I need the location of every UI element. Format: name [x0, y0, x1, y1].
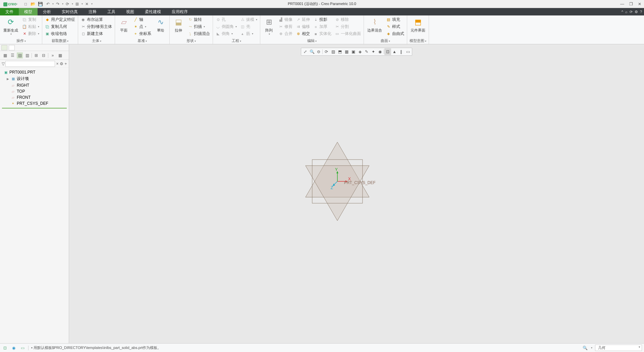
graphics-area[interactable]: ⤢ 🔍 ⊖ ⟳ ▨ ⬒ ▦ ▣ ◈ ✎ ✦ ◉ ⊡ ▲ ‖ ▭ X Y Z: [69, 44, 644, 343]
help-icon[interactable]: ?: [640, 10, 642, 14]
project-button[interactable]: ⇣投影: [312, 16, 333, 23]
tree-more-btn[interactable]: »: [50, 52, 56, 58]
qat-undo-button[interactable]: ↶: [45, 1, 51, 7]
tree-expand-btn[interactable]: ⊞: [33, 52, 39, 58]
shell-button[interactable]: ◫壳: [239, 23, 259, 30]
solidify-button[interactable]: ■实体化: [312, 30, 333, 37]
qat-close-button[interactable]: ✕: [84, 1, 90, 7]
tree-settings-btn[interactable]: ▦: [57, 52, 63, 58]
datum-display-button[interactable]: ◈: [357, 48, 363, 55]
tree-collapse-btn[interactable]: ⊟: [41, 52, 47, 58]
stop-button[interactable]: ▭: [405, 48, 411, 55]
saved-views-button[interactable]: ⬒: [336, 48, 343, 55]
draft-button[interactable]: ⧊拔模▾: [239, 16, 259, 23]
selection-filter-dropdown[interactable]: 几何: [595, 345, 642, 351]
paste-button[interactable]: 📋粘贴▾: [21, 23, 41, 30]
filter-clear-btn[interactable]: ×: [56, 61, 59, 67]
rib-button[interactable]: ▴筋▾: [239, 30, 259, 37]
tab-model[interactable]: 模型: [19, 8, 38, 15]
repaint-button[interactable]: ⟳: [323, 48, 330, 55]
qat-open-button[interactable]: 📂: [30, 1, 37, 7]
freeform-button[interactable]: ◈自由式: [385, 30, 406, 37]
sel1-button[interactable]: ▲: [391, 48, 398, 55]
tree-detail-btn[interactable]: ▤: [17, 52, 23, 58]
new-body-button[interactable]: ◻新建主体: [79, 30, 113, 37]
selection-filter-button[interactable]: ⊡: [384, 48, 391, 55]
recent-icon[interactable]: ⟳: [630, 10, 633, 14]
tab-view[interactable]: 视图: [121, 8, 140, 15]
tree-display-btn[interactable]: ▦: [2, 52, 8, 58]
csys-button[interactable]: ⌖坐标系: [132, 30, 153, 37]
tab-apps[interactable]: 应用程序: [166, 8, 193, 15]
copy-geometry-button[interactable]: ⿻复制几何: [44, 23, 76, 30]
search-commands-icon[interactable]: ⌕: [625, 10, 628, 14]
settings-icon[interactable]: ⚙: [635, 10, 638, 14]
tree-plane-top[interactable]: ▱TOP: [0, 88, 69, 94]
point-button[interactable]: ✶点▾: [132, 23, 153, 30]
tree-filter-input[interactable]: [5, 61, 55, 67]
plane-button[interactable]: ▱ 平面: [116, 16, 131, 33]
sweep-blend-button[interactable]: ⤵扫描混合: [186, 30, 211, 37]
pattern-button[interactable]: ⊞ 阵列▾: [262, 16, 276, 36]
sb-3d-button[interactable]: ◉: [11, 345, 17, 351]
qat-windows-button[interactable]: ⊞: [74, 1, 80, 7]
component-interface-button[interactable]: ⬒ 元件界面: [409, 16, 427, 33]
maximize-button[interactable]: ❐: [628, 1, 634, 7]
fill-button[interactable]: ▧填充: [385, 16, 406, 23]
zoom-in-button[interactable]: 🔍: [309, 48, 315, 55]
filter-settings-btn[interactable]: ⚙: [60, 61, 63, 67]
collapse-ribbon-icon[interactable]: ^: [622, 10, 623, 14]
trim-button[interactable]: ✂修剪: [277, 23, 294, 30]
delete-button[interactable]: ✕删除▾: [21, 30, 41, 37]
sketch-button[interactable]: ∿ 草绘: [153, 16, 168, 33]
filter-icon[interactable]: ▽: [1, 61, 5, 67]
remove-button[interactable]: ⊘移除: [333, 16, 362, 23]
tree-list-btn[interactable]: ☰: [9, 52, 15, 58]
tree-plane-right[interactable]: ▱RIGHT: [0, 82, 69, 88]
hole-button[interactable]: ⊙孔: [214, 16, 238, 23]
qat-save-button[interactable]: 💾: [37, 1, 44, 7]
sb-find-button[interactable]: ⊡: [2, 345, 8, 351]
extrude-button[interactable]: ⬓ 拉伸: [171, 16, 186, 33]
extend-button[interactable]: ↗延伸: [294, 16, 311, 23]
filter-add-btn[interactable]: +: [64, 61, 67, 67]
chamfer-button[interactable]: ◣倒角▾: [214, 30, 238, 37]
shrinkwrap-button[interactable]: ▣收缩包络: [44, 30, 76, 37]
merge-button[interactable]: ⊕合并: [277, 30, 294, 37]
sb-selfilter-icon[interactable]: 🔍: [582, 345, 588, 351]
pause-button[interactable]: ‖: [398, 48, 405, 55]
boolean-button[interactable]: ◉布尔运算: [79, 16, 113, 23]
revolve-button[interactable]: ↻旋转: [186, 16, 211, 23]
tab-flex-model[interactable]: 柔性建模: [140, 8, 166, 15]
render-button[interactable]: ◉: [377, 48, 383, 55]
tree-csys[interactable]: ⌖PRT_CSYS_DEF: [0, 100, 69, 106]
tree-root[interactable]: ▣PRT0001.PRT: [0, 69, 69, 75]
tab-tools[interactable]: 工具: [102, 8, 121, 15]
left-tab-tree[interactable]: [1, 45, 7, 50]
zoom-out-button[interactable]: ⊖: [315, 48, 322, 55]
style-button[interactable]: ✎样式: [385, 23, 406, 30]
tab-realtime-sim[interactable]: 实时仿真: [56, 8, 83, 15]
offset-button[interactable]: ⇉偏移: [294, 23, 311, 30]
tree-insert-bar[interactable]: [2, 108, 67, 108]
axis-button[interactable]: ╱轴: [132, 16, 153, 23]
tab-annotate[interactable]: 注释: [83, 8, 102, 15]
tree-plane-front[interactable]: ▱FRONT: [0, 94, 69, 100]
copy-button[interactable]: ⿻复制: [21, 16, 41, 23]
left-tab-layer[interactable]: [9, 45, 15, 50]
close-window-button[interactable]: ✕: [637, 1, 643, 7]
round-button[interactable]: ◡倒圆角▾: [214, 23, 238, 30]
mirror-button[interactable]: ▟镜像: [277, 16, 294, 23]
spin-center-button[interactable]: ✦: [370, 48, 377, 55]
thicken-button[interactable]: ≡加厚: [312, 23, 333, 30]
display-style-button[interactable]: ▨: [330, 48, 336, 55]
tree-design-items[interactable]: ▶▦设计项: [0, 75, 69, 82]
tree-folder-btn[interactable]: ▥: [24, 52, 30, 58]
tab-analysis[interactable]: 分析: [38, 8, 56, 15]
boundary-blend-button[interactable]: ⌇ 边界混合: [365, 16, 384, 33]
split-surf-button[interactable]: ✂分割: [333, 23, 362, 30]
split-body-button[interactable]: ✂分割/修剪主体: [79, 23, 113, 30]
refit-button[interactable]: ⤢: [302, 48, 309, 55]
udf-button[interactable]: ◆用户定义特征: [44, 16, 76, 23]
sb-screen-button[interactable]: ▭: [19, 345, 25, 351]
